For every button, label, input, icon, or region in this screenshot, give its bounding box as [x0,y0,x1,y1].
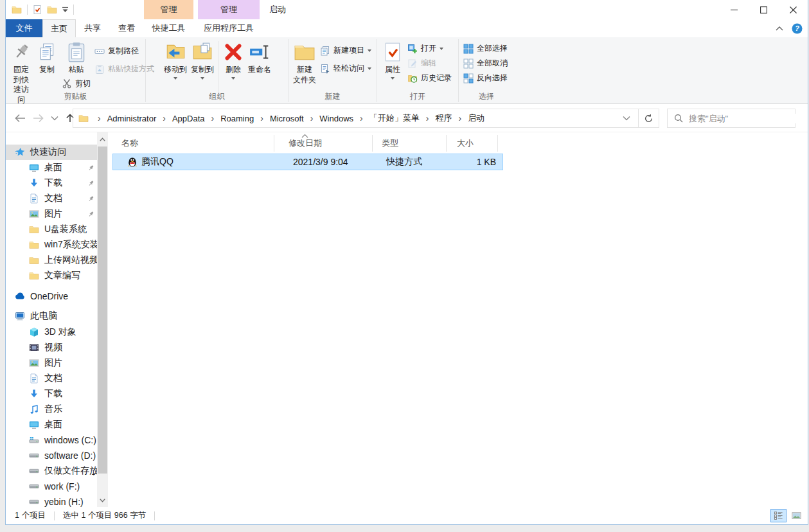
folder-icon [29,224,39,235]
button-label: 历史记录 [421,73,452,84]
item-count: 1 个项目 [15,510,46,521]
refresh-icon [644,114,653,123]
scroll-down-arrow[interactable] [97,495,108,506]
sidebar-item-pictures-pc[interactable]: 图片 [6,355,97,371]
sidebar-item-label: work (F:) [44,481,80,492]
column-header-date[interactable]: 修改日期 [274,135,373,152]
sidebar-item-folder[interactable]: win7系统安装 [6,237,97,253]
tab-shortcut-tools[interactable]: 快捷工具 [144,19,193,37]
file-row-selected[interactable]: 腾讯QQ 2021/3/9 9:04 快捷方式 1 KB [112,154,503,170]
sidebar-item-drive-d[interactable]: software (D:) [6,448,97,463]
breadcrumb-item[interactable]: 程序 [434,112,453,124]
sidebar-item-folder[interactable]: 文章编写 [6,268,97,283]
recent-locations-icon[interactable] [51,116,58,121]
sidebar-item-onedrive[interactable]: OneDrive [6,288,97,304]
sidebar-item-drive-c[interactable]: windows (C:) [6,432,97,448]
search-input[interactable] [689,114,802,123]
copy-path-button[interactable]: 复制路径 [93,44,141,58]
invert-selection-icon [463,73,474,84]
tab-file[interactable]: 文件 [6,19,42,37]
move-to-icon [164,41,186,63]
column-header-name[interactable]: 名称 [111,135,274,152]
copy-button[interactable]: 复制 [34,40,60,76]
sidebar-scrollbar[interactable] [97,132,108,507]
copy-to-button[interactable]: 复制到 [189,40,216,81]
breadcrumb-item[interactable]: Windows [318,114,355,123]
column-header-type[interactable]: 类型 [373,135,447,152]
sidebar-item-label: win7系统安装 [44,239,97,251]
sidebar-item-folder[interactable]: U盘装系统 [6,222,97,237]
new-folder-button[interactable]: 新建 文件夹 [291,40,318,86]
properties-button[interactable]: 属性 [380,40,405,81]
invert-selection-button[interactable]: 反向选择 [461,71,510,85]
minimize-button[interactable] [719,0,749,19]
thumbnails-view-button[interactable] [788,509,805,522]
paste-button[interactable]: 粘贴 [64,40,89,76]
picture-icon [29,209,39,219]
sidebar-item-quick-access[interactable]: 快速访问 [6,145,97,160]
sidebar-item-videos[interactable]: 视频 [6,340,97,355]
cut-button[interactable]: 剪切 [60,76,93,91]
scrollbar-thumb[interactable] [98,146,107,474]
select-none-button[interactable]: 全部取消 [461,56,510,71]
picture-icon [29,358,39,368]
delete-button[interactable]: 删除 [220,40,246,81]
sidebar-item-3d-objects[interactable]: 3D 对象 [6,324,97,340]
tab-view[interactable]: 查看 [109,19,144,37]
sidebar-item-pictures[interactable]: 图片 [6,206,97,222]
qat-properties-icon[interactable] [32,4,42,15]
refresh-button[interactable] [639,109,659,127]
tab-home[interactable]: 主页 [42,19,76,37]
sidebar-item-downloads-pc[interactable]: 下载 [6,386,97,402]
sidebar-item-folder[interactable]: 上传网站视频 [6,253,97,268]
scroll-up-arrow[interactable] [97,134,108,145]
breadcrumb-separator: › [305,113,319,123]
sidebar-item-this-pc[interactable]: 此电脑 [6,308,97,324]
button-label: 删除 [226,65,241,75]
easy-access-button[interactable]: 轻松访问 [318,61,373,76]
pin-icon [87,180,94,187]
breadcrumb-item[interactable]: Roaming [219,114,255,123]
details-view-button[interactable] [770,509,787,522]
button-label: 打开 [421,43,436,54]
sidebar-item-music[interactable]: 音乐 [6,402,97,417]
column-header-size[interactable]: 大小 [447,135,498,152]
qat-new-folder-icon[interactable] [47,4,57,15]
breadcrumb-item[interactable]: AppData [171,114,206,123]
back-icon[interactable] [13,113,26,123]
sidebar-item-documents[interactable]: 文档 [6,191,97,206]
select-all-button[interactable]: 全部选择 [461,41,510,56]
tab-application-tools[interactable]: 应用程序工具 [198,19,260,37]
sidebar-item-drive-f[interactable]: work (F:) [6,479,97,494]
maximize-button[interactable] [749,0,778,19]
history-button[interactable]: 历史记录 [405,71,454,85]
sidebar-item-desktop[interactable]: 桌面 [6,160,97,175]
breadcrumb-item[interactable]: 启动 [467,112,486,124]
sidebar-item-desktop-pc[interactable]: 桌面 [6,417,97,432]
button-label: 新建项目 [333,45,364,56]
breadcrumb-item[interactable]: Administrator [106,114,158,123]
search-box[interactable] [667,109,796,128]
sidebar-item-label: 仅做文件存放 (E [44,465,97,477]
thumbnails-view-icon [792,511,801,520]
tab-share[interactable]: 共享 [76,19,109,37]
address-dropdown-icon[interactable] [623,116,630,121]
collapse-ribbon-icon[interactable] [776,26,783,31]
open-button[interactable]: 打开 [405,41,445,56]
sidebar-item-downloads[interactable]: 下载 [6,175,97,191]
forward-icon[interactable] [32,113,45,123]
help-icon[interactable]: ? [792,23,803,34]
close-button[interactable] [778,0,808,19]
move-to-button[interactable]: 移动到 [162,40,189,81]
sidebar-item-documents-pc[interactable]: 文档 [6,371,97,386]
rename-button[interactable]: 重命名 [246,40,273,76]
breadcrumb-item[interactable]: Microsoft [269,114,305,123]
button-label: 复制路径 [108,46,139,57]
breadcrumb-item[interactable]: 「开始」菜单 [368,112,421,124]
address-bar[interactable]: › Administrator › AppData › Roaming › Mi… [73,109,659,128]
qat-customize-icon[interactable] [62,6,69,13]
edit-button[interactable]: 编辑 [405,56,438,71]
dropdown-caret [368,49,371,52]
sidebar-item-drive-e[interactable]: 仅做文件存放 (E [6,463,97,479]
new-item-button[interactable]: 新建项目 [318,43,373,58]
